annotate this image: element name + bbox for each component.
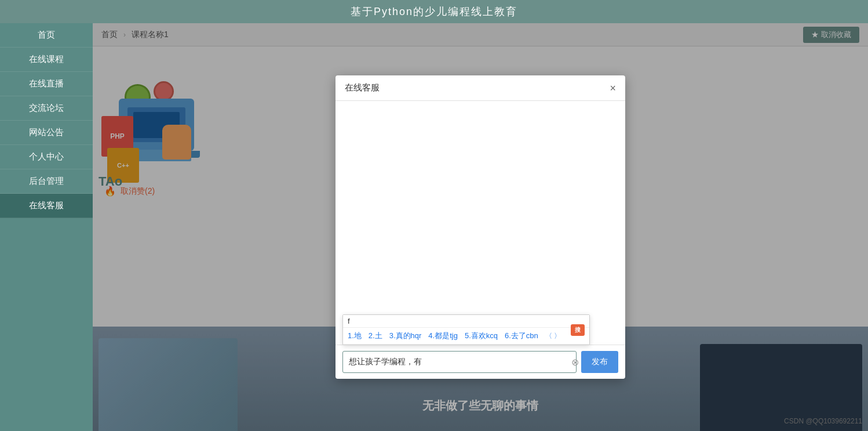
main-layout: 首页 在线课程 在线直播 交流论坛 网站公告 个人中心 后台管理 在线客服 首页…: [0, 23, 868, 431]
ime-autocomplete-dropdown: f 1.地 2.土 3.真的hqr 4.都是tjg 5.喜欢kcq 6.去了cb…: [342, 314, 590, 345]
modal-chat-body[interactable]: [335, 101, 625, 345]
modal-header: 在线客服 ×: [335, 75, 625, 101]
ime-arrow-icon[interactable]: 〈 〉: [545, 331, 561, 341]
ime-candidates-row[interactable]: 1.地 2.土 3.真的hqr 4.都是tjg 5.喜欢kcq 6.去了cbn …: [343, 328, 589, 345]
sidebar-item-customer-service[interactable]: 在线客服: [0, 194, 93, 218]
sidebar-item-notice[interactable]: 网站公告: [0, 121, 93, 145]
send-button[interactable]: 发布: [581, 351, 618, 373]
site-title: 基于Python的少儿编程线上教育: [351, 5, 517, 19]
modal-title: 在线客服: [345, 82, 380, 93]
sidebar-item-admin[interactable]: 后台管理: [0, 169, 93, 194]
modal-footer: ⊗ 发布: [335, 345, 625, 379]
ime-logo: 搜: [571, 324, 585, 336]
content-area: 首页 › 课程名称1 ★ 取消收藏 PHP C+: [93, 23, 868, 431]
customer-service-modal: 在线客服 × f 1.地 2.土 3.真的hqr 4.都是tjg 5.喜欢k: [335, 75, 625, 379]
ime-input-row: f: [343, 315, 589, 328]
sidebar-item-profile[interactable]: 个人中心: [0, 145, 93, 169]
chat-input[interactable]: [342, 351, 577, 373]
top-header: 基于Python的少儿编程线上教育: [0, 0, 868, 23]
sidebar-item-live[interactable]: 在线直播: [0, 72, 93, 96]
sidebar-item-online-course[interactable]: 在线课程: [0, 48, 93, 72]
modal-overlay: 在线客服 × f 1.地 2.土 3.真的hqr 4.都是tjg 5.喜欢k: [93, 23, 868, 431]
sidebar: 首页 在线课程 在线直播 交流论坛 网站公告 个人中心 后台管理 在线客服: [0, 23, 93, 431]
modal-close-button[interactable]: ×: [610, 83, 616, 93]
chat-input-clear-icon[interactable]: ⊗: [571, 357, 579, 368]
sidebar-item-forum[interactable]: 交流论坛: [0, 96, 93, 121]
sidebar-item-home[interactable]: 首页: [0, 23, 93, 48]
